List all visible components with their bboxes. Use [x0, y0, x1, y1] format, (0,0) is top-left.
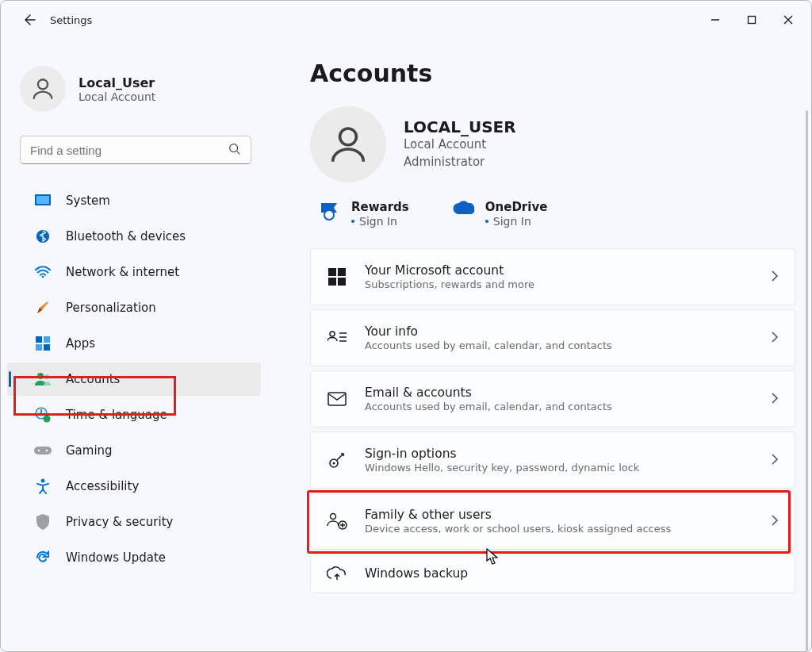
account-hero: LOCAL_USER Local Account Administrator — [310, 106, 795, 182]
sidebar-item-label: Accessibility — [66, 479, 139, 493]
account-avatar — [310, 106, 386, 182]
mail-icon — [327, 389, 347, 409]
svg-point-11 — [37, 373, 44, 379]
maximize-button[interactable] — [733, 5, 770, 35]
sidebar-item-label: Apps — [66, 336, 95, 351]
svg-rect-0 — [749, 17, 756, 24]
sidebar-item-privacy[interactable]: Privacy & security — [7, 505, 261, 539]
svg-point-12 — [44, 374, 49, 379]
microsoft-icon — [327, 267, 347, 287]
sidebar-item-accessibility[interactable]: Accessibility — [7, 470, 261, 503]
card-your-info[interactable]: Your info Accounts used by email, calend… — [310, 309, 795, 366]
profile-block[interactable]: Local_User Local Account — [1, 58, 270, 113]
tile-action[interactable]: Sign In — [351, 215, 409, 228]
tile-title: OneDrive — [485, 200, 548, 214]
svg-rect-15 — [34, 447, 52, 454]
sidebar-item-accounts[interactable]: Accounts — [7, 362, 261, 396]
card-signin-options[interactable]: Sign-in options Windows Hello, security … — [310, 431, 795, 489]
svg-rect-22 — [338, 268, 346, 276]
close-icon — [783, 15, 793, 25]
close-button[interactable] — [770, 5, 806, 35]
sidebar-item-label: Privacy & security — [66, 515, 173, 529]
sidebar-item-label: Network & internet — [66, 265, 179, 279]
sidebar-item-gaming[interactable]: Gaming — [7, 434, 261, 467]
rewards-icon — [318, 200, 342, 224]
main-pane: Accounts LOCAL_USER Local Account Admini… — [270, 39, 811, 652]
svg-rect-21 — [328, 268, 336, 276]
card-title: Your Microsoft account — [365, 263, 534, 278]
sidebar-item-personalization[interactable]: Personalization — [7, 291, 261, 324]
card-title: Windows backup — [365, 566, 468, 581]
accounts-icon — [34, 370, 52, 388]
bluetooth-icon — [34, 228, 52, 245]
update-icon — [34, 549, 52, 566]
settings-card-list: Your Microsoft account Subscriptions, re… — [310, 248, 795, 593]
tile-action[interactable]: Sign In — [485, 215, 548, 228]
sidebar-item-time-language[interactable]: Time & language — [7, 398, 261, 431]
svg-point-14 — [44, 416, 51, 423]
card-microsoft-account[interactable]: Your Microsoft account Subscriptions, re… — [310, 248, 795, 305]
sidebar-item-label: Accounts — [66, 372, 120, 386]
sidebar-item-label: Time & language — [66, 408, 167, 422]
maximize-icon — [747, 15, 756, 25]
card-sub: Accounts used by email, calendar, and co… — [365, 401, 612, 412]
account-name: LOCAL_USER — [404, 117, 516, 136]
titlebar: Settings — [1, 1, 811, 39]
person-card-icon — [327, 328, 347, 348]
paintbrush-icon — [34, 299, 52, 316]
account-role: Administrator — [404, 154, 516, 171]
back-button[interactable] — [20, 10, 40, 30]
nav-list: System Bluetooth & devices Network & int… — [1, 178, 270, 580]
window-title: Settings — [50, 14, 92, 26]
card-title: Sign-in options — [365, 447, 639, 461]
card-family-other-users[interactable]: Family & other users Device access, work… — [310, 493, 795, 550]
sidebar-item-network[interactable]: Network & internet — [7, 255, 261, 289]
tile-onedrive[interactable]: OneDrive Sign In — [452, 200, 548, 228]
svg-point-25 — [330, 332, 335, 336]
svg-point-18 — [41, 479, 45, 483]
tile-rewards[interactable]: Rewards Sign In — [318, 200, 409, 228]
sidebar-item-bluetooth[interactable]: Bluetooth & devices — [7, 220, 261, 253]
onedrive-icon — [452, 200, 476, 224]
search-input[interactable] — [20, 136, 251, 164]
svg-rect-9 — [36, 344, 42, 351]
card-sub: Device access, work or school users, kio… — [365, 523, 671, 535]
svg-point-28 — [333, 462, 335, 465]
minimize-button[interactable] — [697, 5, 733, 35]
clock-globe-icon — [34, 406, 52, 424]
sidebar: Local_User Local Account System Bluetoot… — [1, 39, 270, 652]
card-title: Your info — [365, 324, 612, 339]
card-sub: Subscriptions, rewards and more — [365, 278, 534, 290]
svg-rect-8 — [44, 336, 50, 343]
sidebar-item-apps[interactable]: Apps — [7, 327, 261, 360]
search-box — [20, 136, 251, 164]
sidebar-item-system[interactable]: System — [7, 184, 261, 217]
chevron-right-icon — [771, 270, 779, 285]
scrollbar[interactable] — [806, 110, 808, 652]
svg-point-6 — [42, 276, 44, 278]
accessibility-icon — [34, 477, 52, 495]
sidebar-item-label: Personalization — [66, 301, 156, 315]
sidebar-item-windows-update[interactable]: Windows Update — [7, 541, 261, 574]
svg-point-1 — [38, 79, 48, 89]
card-email-accounts[interactable]: Email & accounts Accounts used by email,… — [310, 370, 795, 428]
svg-point-19 — [340, 128, 357, 145]
chevron-right-icon — [771, 453, 779, 468]
wifi-icon — [34, 263, 52, 281]
minimize-icon — [710, 15, 720, 25]
search-icon — [228, 142, 242, 159]
svg-point-29 — [331, 514, 336, 520]
gaming-icon — [34, 442, 52, 459]
svg-point-17 — [46, 450, 48, 452]
page-title: Accounts — [310, 59, 795, 87]
person-icon — [29, 75, 56, 102]
chevron-right-icon — [771, 514, 779, 529]
card-windows-backup[interactable]: Windows backup — [310, 554, 795, 593]
svg-rect-23 — [328, 278, 336, 286]
shield-icon — [34, 513, 52, 531]
svg-point-16 — [38, 450, 40, 452]
svg-rect-26 — [328, 393, 346, 405]
account-type: Local Account — [404, 136, 516, 154]
back-arrow-icon — [24, 13, 36, 26]
svg-rect-4 — [36, 196, 49, 204]
